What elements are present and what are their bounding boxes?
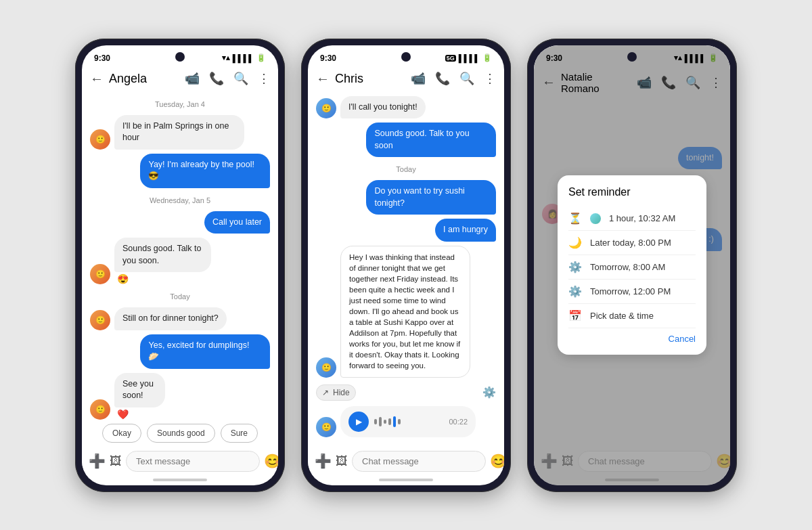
wave-6 (398, 419, 401, 424)
video-call-icon-2[interactable]: 📹 (411, 71, 426, 86)
msg-row-3: Call you later (90, 211, 270, 234)
status-time-1: 9:30 (94, 53, 110, 63)
bubble-c5: Hey I was thinking that instead of dinne… (340, 246, 470, 378)
input-bar-2: ➕ 🖼 😊 🎤 (308, 447, 504, 479)
reminder-option-3[interactable]: ⚙️ Tomorrow, 12:00 PM (568, 280, 696, 304)
wave-4 (388, 418, 391, 425)
camera-notch-2 (401, 52, 411, 62)
quick-reply-okay[interactable]: Okay (102, 424, 141, 443)
more-icon-2[interactable]: ⋮ (484, 71, 496, 86)
emoji-icon-1[interactable]: 😊 (264, 453, 278, 469)
msg-row-c4: I am hungry (316, 219, 496, 242)
reminder-text-2: Tomorrow, 8:00 AM (590, 262, 665, 272)
app-bar-2: ← Chris 📹 📞 🔍 ⋮ (308, 67, 504, 91)
bubble-2: Yay! I'm already by the pool! 😎 (140, 154, 270, 188)
status-icons-1: ▾▴ ▌▌▌▌ 🔋 (222, 53, 266, 62)
reminder-option-4[interactable]: 📅 Pick date & time (568, 304, 696, 328)
back-button-1[interactable]: ← (90, 71, 104, 87)
avatar-angela-3: 🙂 (90, 310, 110, 330)
bubble-6: Yes, excited for dumplings! 🥟 (140, 334, 270, 369)
phone-call-icon-2[interactable]: 📞 (435, 71, 450, 86)
msg-row-7: 🙂 See you soon! ❤️ (90, 373, 270, 420)
teal-indicator (590, 213, 601, 224)
signal-icon-2: ▌▌▌▌ (459, 54, 480, 62)
home-bar-2 (379, 479, 433, 481)
reminder-title: Set reminder (568, 186, 696, 198)
message-input-2[interactable] (352, 451, 486, 472)
reaction-1: 😍 (117, 273, 248, 284)
date-label-today-1: Today (90, 292, 270, 301)
reminder-cancel-button[interactable]: Cancel (568, 334, 696, 344)
avatar-chris-3: 🙂 (316, 417, 336, 437)
bubble-1: I'll be in Palm Springs in one hour (114, 115, 244, 150)
avatar-chris-2: 🙂 (316, 357, 336, 378)
add-icon-1[interactable]: ➕ (89, 453, 106, 469)
wave-5 (393, 416, 396, 427)
wave-1 (374, 419, 377, 424)
moon-icon: 🌙 (568, 236, 582, 249)
action-icons-1: 📹 📞 🔍 ⋮ (185, 71, 270, 86)
msg-row-4: 🙂 Sounds good. Talk to you soon. 😍 (90, 238, 270, 284)
bubble-c3: Do you want to try sushi tonight? (366, 180, 496, 215)
battery-icon-1: 🔋 (256, 53, 266, 62)
sticker-icon-1[interactable]: 🖼 (110, 454, 122, 468)
hide-button[interactable]: ↗ Hide (316, 384, 356, 401)
bubble-c2: Sounds good. Talk to you soon (366, 123, 496, 157)
msg-row-2: Yay! I'm already by the pool! 😎 (90, 154, 270, 188)
play-button[interactable]: ▶ (348, 412, 369, 432)
expand-icon: ↗ (322, 388, 329, 397)
avatar-angela-4: 🙂 (90, 399, 110, 420)
contact-name-1: Angela (109, 72, 179, 86)
emoji-icon-2[interactable]: 😊 (490, 453, 504, 469)
gear-icon-3: ⚙️ (568, 285, 582, 298)
quick-reply-sure[interactable]: Sure (221, 424, 258, 443)
input-bar-1: ➕ 🖼 😊 🎤 (82, 447, 278, 479)
hide-label: Hide (333, 388, 350, 397)
chat-area-1: Tuesday, Jan 4 🙂 I'll be in Palm Springs… (82, 91, 278, 420)
msg-row-c3: Do you want to try sushi tonight? (316, 180, 496, 215)
calendar-icon: 📅 (568, 309, 582, 322)
chat-area-2: 🙂 I'll call you tonight! Sounds good. Ta… (308, 91, 504, 447)
reminder-text-1: Later today, 8:00 PM (590, 238, 671, 248)
battery-icon-2: 🔋 (482, 53, 492, 62)
search-icon-2[interactable]: 🔍 (459, 71, 474, 86)
hourglass-icon: ⏳ (568, 212, 582, 225)
msg-row-5: 🙂 Still on for dinner tonight? (90, 307, 270, 330)
add-icon-2[interactable]: ➕ (315, 453, 332, 469)
signal-icon-1: ▌▌▌▌ (233, 54, 254, 62)
camera-notch-3 (627, 52, 637, 62)
msg-row-6: Yes, excited for dumplings! 🥟 (90, 334, 270, 369)
action-icons-2: 📹 📞 🔍 ⋮ (411, 71, 496, 86)
gear-icon-2: ⚙️ (568, 261, 582, 273)
msg-row-audio: 🙂 ▶ 00:22 (316, 406, 496, 437)
contact-name-2: Chris (335, 72, 405, 86)
date-label-jan5: Wednesday, Jan 5 (90, 196, 270, 204)
quick-reply-sounds-good[interactable]: Sounds good (147, 424, 215, 443)
wifi-icon-1: ▾▴ (222, 53, 230, 62)
more-icon-1[interactable]: ⋮ (258, 71, 270, 86)
message-input-1[interactable] (126, 451, 260, 472)
msg-row-c2: Sounds good. Talk to you soon (316, 123, 496, 157)
settings-icon[interactable]: ⚙️ (482, 386, 496, 399)
wave-3 (384, 420, 386, 424)
reminder-card: Set reminder ⏳ 1 hour, 10:32 AM 🌙 Later … (558, 175, 706, 355)
reminder-option-1[interactable]: 🌙 Later today, 8:00 PM (568, 231, 696, 255)
bubble-c1: I'll call you tonight! (340, 96, 426, 119)
sticker-icon-2[interactable]: 🖼 (336, 454, 348, 468)
search-icon-1[interactable]: 🔍 (233, 71, 248, 86)
audio-message: ▶ 00:22 (340, 406, 476, 437)
bubble-7: See you soon! (114, 373, 165, 407)
camera-notch-1 (175, 52, 185, 62)
5g-badge: 5G (445, 55, 456, 62)
phone-call-icon-1[interactable]: 📞 (209, 71, 224, 86)
avatar-angela-2: 🙂 (90, 264, 110, 284)
reminder-text-3: Tomorrow, 12:00 PM (590, 286, 671, 296)
back-button-2[interactable]: ← (316, 71, 330, 87)
reminder-option-2[interactable]: ⚙️ Tomorrow, 8:00 AM (568, 255, 696, 280)
reaction-2: ❤️ (117, 409, 185, 420)
video-call-icon-1[interactable]: 📹 (185, 71, 200, 86)
phone-3: 9:30 ▾▴ ▌▌▌▌ 🔋 ← Natalie Romano 📹 📞 🔍 ⋮ (527, 39, 737, 492)
reminder-overlay[interactable]: Set reminder ⏳ 1 hour, 10:32 AM 🌙 Later … (534, 45, 730, 485)
status-time-2: 9:30 (320, 53, 336, 63)
reminder-option-0[interactable]: ⏳ 1 hour, 10:32 AM (568, 206, 696, 231)
